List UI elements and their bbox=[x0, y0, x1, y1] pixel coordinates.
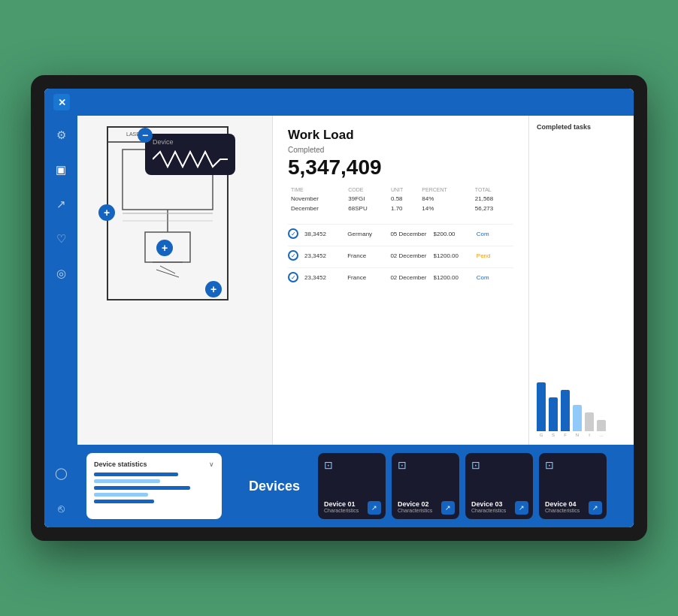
task-id: 23,3452 bbox=[304, 274, 341, 281]
bar-group: F bbox=[561, 390, 570, 437]
diagram-content: − Device bbox=[77, 116, 272, 445]
task-item: ✓ 23,3452 France 02 December 2020 $1200.… bbox=[288, 246, 513, 264]
main-layout: ⚙ ▣ ↗ ♡ ◎ ◯ ⎋ bbox=[44, 116, 634, 527]
sidebar-icon-heart[interactable]: ♡ bbox=[50, 228, 71, 249]
device-card-arrow[interactable]: ↗ bbox=[368, 501, 381, 515]
top-bar: ✕ bbox=[44, 89, 634, 116]
cell-code: 39FGI bbox=[345, 194, 388, 204]
chart-panel: Completed tasks G S bbox=[528, 116, 634, 445]
task-amount: $1200.00 bbox=[434, 274, 471, 281]
device-tooltip: − Device bbox=[145, 134, 235, 175]
cell-month: November bbox=[288, 194, 345, 204]
task-date: 02 December 2020 bbox=[390, 274, 427, 281]
stats-card-title: Device statistics bbox=[94, 460, 147, 468]
cell-percent: 14% bbox=[419, 204, 471, 213]
completed-label: Completed bbox=[288, 146, 513, 154]
top-section: − Device bbox=[77, 116, 634, 445]
task-date: 02 December 2020 bbox=[390, 252, 427, 259]
task-country: France bbox=[347, 252, 384, 259]
bar-label: N bbox=[576, 433, 579, 437]
task-date: 05 December 2020 bbox=[390, 231, 427, 237]
bar-label: F bbox=[564, 433, 567, 437]
bar-label: G bbox=[540, 433, 543, 437]
task-check-icon: ✓ bbox=[288, 272, 298, 282]
sidebar: ⚙ ▣ ↗ ♡ ◎ ◯ ⎋ bbox=[44, 116, 77, 527]
svg-line-7 bbox=[160, 266, 175, 273]
stats-bar-light bbox=[94, 479, 160, 483]
task-check-icon: ✓ bbox=[288, 228, 298, 239]
sidebar-icon-person[interactable]: ◯ bbox=[50, 463, 71, 484]
tablet-screen: ✕ ⚙ ▣ ↗ ♡ ◎ ◯ ⎋ bbox=[44, 89, 634, 527]
stats-bar-row bbox=[94, 479, 214, 483]
device-card-04[interactable]: ⊡ Device 04 Characteristics ↗ bbox=[539, 453, 607, 519]
bar bbox=[561, 390, 570, 431]
content-area: − Device bbox=[77, 116, 634, 527]
bar bbox=[537, 382, 546, 431]
stats-bar-row bbox=[94, 486, 214, 490]
workload-table: TIME CODE UNIT PERCENT TOTAL bbox=[288, 186, 513, 213]
bar-group: I bbox=[585, 412, 594, 437]
cell-unit: 0.58 bbox=[388, 194, 419, 204]
task-id: 23,3452 bbox=[304, 252, 341, 259]
task-check-icon: ✓ bbox=[288, 250, 298, 261]
plus-button-1[interactable]: + bbox=[98, 204, 115, 221]
stats-bar-row bbox=[94, 473, 214, 476]
bar-group: ... bbox=[597, 420, 606, 437]
task-amount: $1200.00 bbox=[434, 252, 471, 259]
stats-card-chevron[interactable]: ∨ bbox=[209, 460, 214, 468]
cell-total: 21,568 bbox=[472, 194, 513, 204]
tooltip-minus-button[interactable]: − bbox=[138, 128, 153, 143]
task-list: ✓ 38,3452 Germany 05 December 2020 $200.… bbox=[288, 224, 513, 286]
close-button[interactable]: ✕ bbox=[53, 94, 70, 110]
task-status: Com bbox=[477, 274, 513, 281]
table-row: December 68SPU 1.70 14% 56,273 bbox=[288, 204, 513, 213]
chart-title: Completed tasks bbox=[537, 123, 626, 131]
tablet-frame: ✕ ⚙ ▣ ↗ ♡ ◎ ◯ ⎋ bbox=[31, 75, 647, 541]
device-card-arrow[interactable]: ↗ bbox=[441, 501, 455, 515]
task-country: Germany bbox=[347, 231, 384, 237]
task-item: ✓ 38,3452 Germany 05 December 2020 $200.… bbox=[288, 224, 513, 243]
col-time: TIME bbox=[288, 186, 345, 194]
sidebar-icon-settings[interactable]: ⚙ bbox=[50, 125, 71, 146]
stats-bar-light bbox=[94, 493, 148, 497]
cell-unit: 1.70 bbox=[388, 204, 419, 213]
sidebar-icon-location[interactable]: ◎ bbox=[50, 263, 71, 284]
task-item: ✓ 23,3452 France 02 December 2020 $1200.… bbox=[288, 267, 513, 286]
bar bbox=[549, 397, 558, 431]
stats-card-header: Device statistics ∨ bbox=[94, 460, 214, 468]
task-amount: $200.00 bbox=[434, 231, 471, 237]
stats-bar bbox=[94, 500, 154, 503]
device-card-icon: ⊡ bbox=[398, 459, 453, 471]
bar-group: N bbox=[573, 405, 582, 437]
table-row: November 39FGI 0.58 84% 21,568 bbox=[288, 194, 513, 204]
dashboard-panel: Work Load Completed 5,347,409 TIME CODE … bbox=[273, 116, 528, 445]
devices-label: Devices bbox=[231, 479, 318, 494]
stats-bar-row bbox=[94, 493, 214, 497]
col-total: TOTAL bbox=[472, 186, 513, 194]
plus-button-3[interactable]: + bbox=[205, 281, 222, 297]
sidebar-icon-exit[interactable]: ⎋ bbox=[50, 497, 71, 518]
sidebar-icon-chart[interactable]: ↗ bbox=[50, 194, 71, 215]
bar-group: S bbox=[549, 397, 558, 437]
bar-label: ... bbox=[599, 433, 603, 437]
plus-button-2[interactable]: + bbox=[156, 240, 173, 256]
bar bbox=[597, 420, 606, 431]
stats-bar bbox=[94, 473, 178, 476]
device-stats-card: Device statistics ∨ bbox=[86, 453, 222, 519]
stats-chart-area bbox=[94, 473, 214, 503]
device-card-01[interactable]: ⊡ Device 01 Characteristics ↗ bbox=[318, 453, 386, 519]
sidebar-icon-monitor[interactable]: ▣ bbox=[50, 159, 71, 180]
col-unit: UNIT bbox=[388, 186, 419, 194]
device-card-icon: ⊡ bbox=[545, 459, 601, 471]
cell-month: December bbox=[288, 204, 345, 213]
device-card-03[interactable]: ⊡ Device 03 Characteristics ↗ bbox=[465, 453, 533, 519]
device-card-arrow[interactable]: ↗ bbox=[589, 501, 602, 515]
bar-label: S bbox=[552, 433, 555, 437]
device-card-arrow[interactable]: ↗ bbox=[515, 501, 528, 515]
bottom-section: Device statistics ∨ bbox=[77, 445, 634, 527]
task-status: Pend bbox=[477, 252, 513, 259]
diagram-panel: − Device bbox=[77, 116, 273, 445]
task-status: Com bbox=[477, 231, 513, 237]
tooltip-wave bbox=[153, 148, 228, 171]
device-card-02[interactable]: ⊡ Device 02 Characteristics ↗ bbox=[392, 453, 459, 519]
